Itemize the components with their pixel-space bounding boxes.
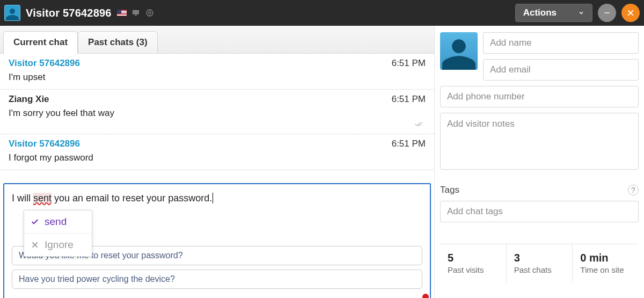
stat-label: Time on site [580, 265, 633, 274]
stat-past-chats: 3 Past chats [507, 244, 573, 283]
visitor-stats: 5 Past visits 3 Past chats 0 min Time on… [440, 244, 639, 283]
canned-response[interactable]: Have you tried power cycling the device? [12, 270, 422, 289]
message-sender: Visitor 57642896 [9, 139, 80, 149]
stat-value: 5 [448, 252, 501, 264]
chat-message: Visitor 57642896 6:51 PM I forgot my pas… [0, 134, 434, 170]
stat-time-on-site: 0 min Time on site [573, 244, 639, 283]
message-text: I'm upset [9, 72, 426, 83]
close-button[interactable] [621, 4, 640, 22]
spellcheck-menu: send Ignore [24, 210, 92, 257]
chat-panel: Current chat Past chats (3) Visitor 5764… [0, 26, 435, 298]
visitor-meta-icons [117, 8, 155, 18]
tab-current-chat[interactable]: Current chat [3, 31, 78, 53]
spellcheck-send[interactable]: send [24, 210, 92, 233]
name-field[interactable] [483, 32, 639, 54]
visitor-avatar-large-icon [440, 32, 478, 70]
tags-field[interactable] [440, 201, 639, 222]
svg-rect-1 [604, 12, 609, 13]
minimize-button[interactable] [598, 4, 616, 22]
close-icon [626, 9, 635, 17]
minus-icon [603, 9, 611, 17]
compose-text[interactable]: I will sent you an email to reset your p… [12, 193, 213, 203]
chat-message: Visitor 57642896 6:51 PM I'm upset [0, 54, 434, 90]
flag-us-icon [117, 10, 127, 16]
desktop-icon [131, 8, 141, 18]
check-icon [31, 217, 39, 226]
chevron-down-icon [578, 10, 584, 16]
spellcheck-send-label: send [45, 216, 67, 228]
message-text: I forgot my password [9, 152, 426, 163]
visitor-avatar-icon [4, 5, 20, 21]
recording-indicator-icon [422, 294, 429, 298]
spellcheck-ignore[interactable]: Ignore [24, 233, 92, 256]
actions-label: Actions [523, 8, 557, 18]
message-time: 6:51 PM [392, 139, 426, 149]
message-sender: Ziang Xie [9, 94, 49, 105]
read-receipt-icon [9, 121, 426, 127]
actions-dropdown[interactable]: Actions [515, 4, 592, 22]
stat-past-visits: 5 Past visits [440, 244, 507, 283]
email-field[interactable] [483, 59, 639, 81]
x-icon [31, 241, 39, 249]
stat-value: 0 min [580, 252, 633, 264]
message-time: 6:51 PM [392, 94, 426, 105]
tags-heading: Tags [440, 185, 459, 195]
stat-label: Past chats [514, 265, 567, 274]
help-icon[interactable]: ? [628, 185, 639, 195]
compose-area[interactable]: I will sent you an email to reset your p… [3, 183, 431, 298]
visitor-info-panel: Tags ? 5 Past visits 3 Past chats 0 min … [435, 26, 644, 298]
message-sender: Visitor 57642896 [9, 58, 80, 69]
phone-field[interactable] [440, 86, 639, 107]
tab-past-chats[interactable]: Past chats (3) [78, 31, 158, 53]
chat-tabs: Current chat Past chats (3) [0, 26, 434, 54]
stat-label: Past visits [448, 265, 501, 274]
spellcheck-ignore-label: Ignore [45, 239, 74, 251]
message-text: I'm sorry you feel that way [9, 108, 426, 119]
chat-message: Ziang Xie 6:51 PM I'm sorry you feel tha… [0, 90, 434, 134]
message-time: 6:51 PM [392, 58, 426, 69]
stat-value: 3 [514, 252, 567, 264]
globe-icon [145, 8, 155, 18]
window-title: Visitor 57642896 [26, 7, 112, 19]
notes-field[interactable] [440, 113, 639, 170]
chat-log: Visitor 57642896 6:51 PM I'm upset Ziang… [0, 54, 434, 170]
window-header: Visitor 57642896 Actions [0, 0, 644, 26]
